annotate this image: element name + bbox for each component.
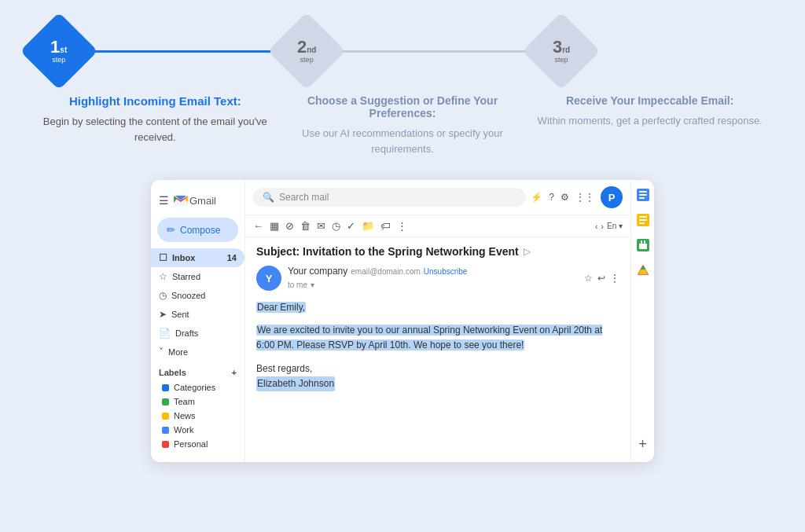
step-2-label: step xyxy=(296,57,315,64)
help-icon[interactable]: ? xyxy=(549,192,554,203)
signature-highlight: Elizabeth Johnson xyxy=(256,376,335,391)
sidebar-item-drafts[interactable]: 📄 Drafts xyxy=(151,324,244,343)
categories-dot xyxy=(162,384,169,391)
sidebar-item-starred[interactable]: ☆ Starred xyxy=(151,267,244,286)
labels-header: Labels + xyxy=(159,368,237,377)
step-1-block: 1st step Highlight Incoming Email Text: … xyxy=(31,24,279,145)
clock-icon[interactable]: ◷ xyxy=(332,220,340,232)
next-email-icon[interactable]: › xyxy=(601,222,604,231)
team-dot xyxy=(162,398,169,405)
right-strip: + xyxy=(630,180,654,462)
back-icon[interactable]: ← xyxy=(253,220,263,232)
grid-icon[interactable]: ⋮⋮ xyxy=(575,192,594,203)
email-toolbar: ← ▦ ⊘ 🗑 ✉ ◷ ✓ 📁 🏷 ⋮ ‹ › En ▾ xyxy=(245,215,630,237)
search-placeholder: Search mail xyxy=(279,192,329,203)
steps-section: 1st step Highlight Incoming Email Text: … xyxy=(31,24,774,156)
inbox-badge: 14 xyxy=(227,253,237,262)
delete-icon[interactable]: 🗑 xyxy=(300,220,311,232)
add-app-button[interactable]: + xyxy=(635,433,650,456)
reply-icon[interactable]: ↩ xyxy=(597,273,605,284)
svg-rect-3 xyxy=(639,197,645,199)
sidebar-item-inbox[interactable]: ☐ Inbox 14 xyxy=(151,248,244,267)
svg-rect-9 xyxy=(639,243,647,249)
sender-info: Your company email@domain.com Unsubscrib… xyxy=(288,266,578,291)
sender-meta: Your company email@domain.com Unsubscrib… xyxy=(288,266,578,277)
labels-section: Labels + Categories Team News xyxy=(151,361,244,454)
step-2-block: 2nd step Choose a Suggestion or Define Y… xyxy=(279,24,527,156)
star-email-icon[interactable]: ☆ xyxy=(584,273,593,284)
gmail-logo: Gmail xyxy=(174,195,216,207)
email-subject: Subject: Invitation to the Spring Networ… xyxy=(256,245,619,258)
search-icon: 🔍 xyxy=(263,192,274,203)
sidebar-item-sent[interactable]: ➤ Sent xyxy=(151,305,244,324)
translate-icon[interactable]: En ▾ xyxy=(607,222,623,230)
step-1-sup: st xyxy=(61,46,68,54)
step-3-text: Receive Your Impeccable Email: Within mo… xyxy=(530,94,770,129)
spam-icon[interactable]: ⊘ xyxy=(285,220,294,232)
folder-icon[interactable]: 📁 xyxy=(362,220,374,232)
label-icon[interactable]: 🏷 xyxy=(380,220,391,232)
label-categories[interactable]: Categories xyxy=(159,380,237,394)
step-1-num: 1 xyxy=(50,37,60,57)
search-bar[interactable]: 🔍 Search mail xyxy=(253,188,526,207)
drafts-icon: 📄 xyxy=(159,328,171,339)
step-3-diamond: 3rd step xyxy=(523,13,601,90)
hamburger-icon[interactable]: ☰ xyxy=(159,194,169,207)
label-work[interactable]: Work xyxy=(159,423,237,437)
settings-icon[interactable]: ⚙ xyxy=(561,192,569,203)
step-3-desc: Within moments, get a perfectly crafted … xyxy=(538,113,763,129)
personal-dot xyxy=(162,441,169,448)
svg-rect-12 xyxy=(644,240,645,244)
subject-icon: ▷ xyxy=(524,246,531,257)
step-3-num: 3 xyxy=(553,37,562,57)
svg-rect-1 xyxy=(639,191,647,193)
gmail-toolbar-top: 🔍 Search mail ⚡ ? ⚙ ⋮⋮ P xyxy=(245,180,630,215)
google-sheets-icon[interactable] xyxy=(634,211,652,229)
archive-icon[interactable]: ▦ xyxy=(270,220,279,232)
profile-letter: P xyxy=(608,192,616,204)
profile-avatar[interactable]: P xyxy=(601,186,623,208)
step-2-num: 2 xyxy=(296,37,306,57)
step-2-diamond: 2nd step xyxy=(267,13,345,90)
gmail-main: 🔍 Search mail ⚡ ? ⚙ ⋮⋮ P ← xyxy=(245,180,630,462)
svg-rect-2 xyxy=(639,194,647,196)
label-news[interactable]: News xyxy=(159,409,237,423)
mail-icon[interactable]: ✉ xyxy=(317,220,325,232)
svg-rect-11 xyxy=(641,240,642,244)
step-2-title: Choose a Suggestion or Define Your Prefe… xyxy=(287,94,519,119)
unsubscribe-link[interactable]: Unsubscribe xyxy=(424,267,468,276)
prev-email-icon[interactable]: ‹ xyxy=(595,222,598,231)
body-highlight: We are excited to invite you to our annu… xyxy=(256,325,602,350)
google-calendar-icon[interactable] xyxy=(634,237,652,254)
svg-rect-10 xyxy=(639,241,647,244)
categories-label: Categories xyxy=(174,383,215,392)
compose-button[interactable]: ✏ Compose xyxy=(157,218,238,242)
email-main-body: We are excited to invite you to our annu… xyxy=(256,323,619,353)
more-icon: ˅ xyxy=(159,347,164,358)
svg-rect-6 xyxy=(639,219,647,221)
sent-icon: ➤ xyxy=(159,309,167,320)
expand-recipients-icon[interactable]: ▾ xyxy=(311,281,314,289)
greeting-highlight: Dear Emily, xyxy=(256,302,306,313)
inbox-icon: ☐ xyxy=(159,252,167,263)
check-icon[interactable]: ✓ xyxy=(347,220,355,232)
more-options-icon[interactable]: ⋮ xyxy=(397,220,407,232)
gmail-logo-icon xyxy=(174,195,188,206)
svg-rect-7 xyxy=(639,222,645,224)
filter-icon[interactable]: ⚡ xyxy=(531,192,542,203)
email-content: Subject: Invitation to the Spring Networ… xyxy=(245,237,630,462)
sidebar-item-snoozed[interactable]: ◷ Snoozed xyxy=(151,286,244,305)
sidebar-item-more[interactable]: ˅ More xyxy=(151,343,244,361)
label-team[interactable]: Team xyxy=(159,394,237,409)
google-docs-icon[interactable] xyxy=(634,186,652,204)
labels-add-icon[interactable]: + xyxy=(232,368,237,377)
more-label: More xyxy=(168,347,188,357)
label-personal[interactable]: Personal xyxy=(159,437,237,451)
starred-label: Starred xyxy=(172,272,200,281)
more-email-icon[interactable]: ⋮ xyxy=(610,273,619,284)
google-drive-icon[interactable] xyxy=(634,262,652,279)
drafts-label: Drafts xyxy=(175,328,198,338)
gmail-text: Gmail xyxy=(189,195,216,207)
gmail-container: ☰ Gmail ✏ Compose xyxy=(31,180,774,462)
compose-label: Compose xyxy=(180,225,220,236)
